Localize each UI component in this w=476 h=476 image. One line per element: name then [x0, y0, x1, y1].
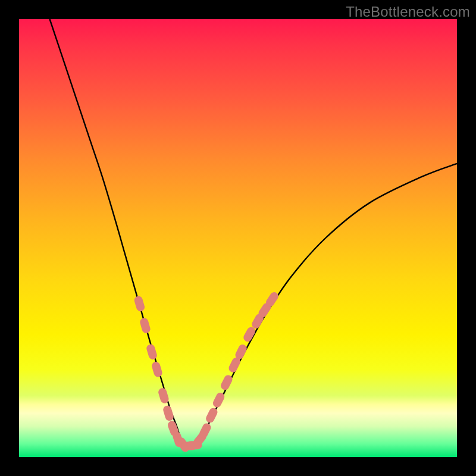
curve-marker — [162, 405, 175, 422]
svg-rect-0 — [133, 295, 146, 312]
watermark-text: TheBottleneck.com — [346, 4, 470, 20]
curve-marker — [146, 343, 158, 361]
curve-marker — [133, 295, 146, 312]
svg-rect-3 — [151, 361, 163, 378]
plot-area — [19, 19, 457, 457]
svg-rect-13 — [205, 406, 219, 424]
svg-rect-5 — [162, 405, 175, 422]
marker-group — [133, 290, 280, 453]
svg-rect-1 — [139, 317, 152, 334]
curve-marker — [205, 406, 219, 424]
curve-layer — [19, 19, 457, 457]
curve-marker — [139, 317, 152, 334]
bottleneck-curve — [50, 19, 457, 447]
chart-frame: TheBottleneck.com — [0, 0, 476, 476]
svg-rect-2 — [146, 343, 158, 361]
curve-marker — [151, 361, 163, 378]
